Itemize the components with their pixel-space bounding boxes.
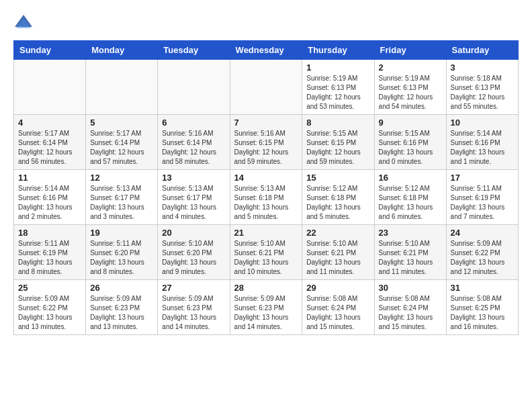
calendar-cell: 18Sunrise: 5:11 AM Sunset: 6:19 PM Dayli… — [14, 225, 86, 280]
calendar-cell: 15Sunrise: 5:12 AM Sunset: 6:18 PM Dayli… — [302, 170, 374, 225]
day-info: Sunrise: 5:15 AM Sunset: 6:15 PM Dayligh… — [306, 129, 369, 167]
day-number: 9 — [379, 118, 442, 128]
calendar-cell: 8Sunrise: 5:15 AM Sunset: 6:15 PM Daylig… — [302, 115, 374, 170]
day-number: 10 — [451, 118, 514, 128]
calendar-cell: 6Sunrise: 5:16 AM Sunset: 6:14 PM Daylig… — [158, 115, 230, 170]
calendar-cell: 30Sunrise: 5:08 AM Sunset: 6:24 PM Dayli… — [374, 280, 446, 335]
weekday-header: Tuesday — [158, 41, 230, 60]
day-number: 7 — [234, 118, 298, 128]
calendar-cell: 24Sunrise: 5:09 AM Sunset: 6:22 PM Dayli… — [446, 225, 518, 280]
day-number: 15 — [306, 173, 369, 183]
calendar-cell: 17Sunrise: 5:11 AM Sunset: 6:19 PM Dayli… — [446, 170, 518, 225]
day-number: 1 — [306, 62, 369, 73]
calendar-cell: 27Sunrise: 5:09 AM Sunset: 6:23 PM Dayli… — [158, 280, 230, 335]
day-number: 8 — [306, 118, 369, 128]
day-number: 29 — [306, 283, 369, 293]
calendar-cell: 9Sunrise: 5:15 AM Sunset: 6:16 PM Daylig… — [374, 115, 446, 170]
calendar-cell: 7Sunrise: 5:16 AM Sunset: 6:15 PM Daylig… — [230, 115, 302, 170]
calendar-cell: 14Sunrise: 5:13 AM Sunset: 6:18 PM Dayli… — [230, 170, 302, 225]
calendar-cell: 23Sunrise: 5:10 AM Sunset: 6:21 PM Dayli… — [374, 225, 446, 280]
calendar-cell: 4Sunrise: 5:17 AM Sunset: 6:14 PM Daylig… — [14, 115, 86, 170]
day-number: 11 — [18, 173, 81, 183]
day-info: Sunrise: 5:11 AM Sunset: 6:19 PM Dayligh… — [451, 184, 514, 222]
calendar-cell: 10Sunrise: 5:14 AM Sunset: 6:16 PM Dayli… — [446, 115, 518, 170]
weekday-header: Sunday — [14, 41, 86, 60]
logo — [13, 13, 36, 34]
calendar-cell: 12Sunrise: 5:13 AM Sunset: 6:17 PM Dayli… — [86, 170, 158, 225]
day-number: 14 — [234, 173, 298, 183]
day-info: Sunrise: 5:08 AM Sunset: 6:24 PM Dayligh… — [306, 294, 369, 332]
day-info: Sunrise: 5:09 AM Sunset: 6:23 PM Dayligh… — [90, 294, 153, 332]
page-header — [13, 13, 519, 34]
day-info: Sunrise: 5:11 AM Sunset: 6:20 PM Dayligh… — [90, 239, 153, 277]
day-number: 30 — [379, 283, 442, 293]
calendar-cell — [158, 60, 230, 115]
calendar-cell: 21Sunrise: 5:10 AM Sunset: 6:21 PM Dayli… — [230, 225, 302, 280]
day-number: 26 — [90, 283, 153, 293]
day-info: Sunrise: 5:10 AM Sunset: 6:20 PM Dayligh… — [162, 239, 225, 277]
day-number: 25 — [18, 283, 81, 293]
day-number: 13 — [162, 173, 225, 183]
calendar-cell: 2Sunrise: 5:19 AM Sunset: 6:13 PM Daylig… — [374, 60, 446, 115]
day-info: Sunrise: 5:09 AM Sunset: 6:22 PM Dayligh… — [18, 294, 81, 332]
day-info: Sunrise: 5:19 AM Sunset: 6:13 PM Dayligh… — [306, 74, 369, 111]
day-info: Sunrise: 5:19 AM Sunset: 6:13 PM Dayligh… — [379, 74, 442, 111]
day-info: Sunrise: 5:10 AM Sunset: 6:21 PM Dayligh… — [379, 239, 442, 277]
weekday-header: Saturday — [446, 41, 518, 60]
day-info: Sunrise: 5:13 AM Sunset: 6:18 PM Dayligh… — [234, 184, 298, 222]
day-info: Sunrise: 5:16 AM Sunset: 6:14 PM Dayligh… — [162, 129, 225, 167]
day-info: Sunrise: 5:10 AM Sunset: 6:21 PM Dayligh… — [306, 239, 369, 277]
day-number: 3 — [451, 62, 514, 73]
day-number: 6 — [162, 118, 225, 128]
day-number: 4 — [18, 118, 81, 128]
calendar-cell — [86, 60, 158, 115]
calendar-cell: 25Sunrise: 5:09 AM Sunset: 6:22 PM Dayli… — [14, 280, 86, 335]
day-number: 17 — [451, 173, 514, 183]
day-info: Sunrise: 5:13 AM Sunset: 6:17 PM Dayligh… — [90, 184, 153, 222]
calendar-cell: 13Sunrise: 5:13 AM Sunset: 6:17 PM Dayli… — [158, 170, 230, 225]
weekday-header: Monday — [86, 41, 158, 60]
day-number: 27 — [162, 283, 225, 293]
day-info: Sunrise: 5:08 AM Sunset: 6:24 PM Dayligh… — [379, 294, 442, 332]
day-number: 19 — [90, 228, 153, 238]
calendar-cell: 22Sunrise: 5:10 AM Sunset: 6:21 PM Dayli… — [302, 225, 374, 280]
day-info: Sunrise: 5:16 AM Sunset: 6:15 PM Dayligh… — [234, 129, 298, 167]
day-info: Sunrise: 5:14 AM Sunset: 6:16 PM Dayligh… — [451, 129, 514, 167]
calendar-cell: 19Sunrise: 5:11 AM Sunset: 6:20 PM Dayli… — [86, 225, 158, 280]
day-info: Sunrise: 5:17 AM Sunset: 6:14 PM Dayligh… — [18, 129, 81, 167]
calendar-cell: 1Sunrise: 5:19 AM Sunset: 6:13 PM Daylig… — [302, 60, 374, 115]
day-info: Sunrise: 5:12 AM Sunset: 6:18 PM Dayligh… — [306, 184, 369, 222]
day-number: 12 — [90, 173, 153, 183]
day-info: Sunrise: 5:11 AM Sunset: 6:19 PM Dayligh… — [18, 239, 81, 277]
day-number: 24 — [451, 228, 514, 238]
day-number: 31 — [451, 283, 514, 293]
calendar-cell: 26Sunrise: 5:09 AM Sunset: 6:23 PM Dayli… — [86, 280, 158, 335]
day-number: 21 — [234, 228, 298, 238]
calendar-cell: 31Sunrise: 5:08 AM Sunset: 6:25 PM Dayli… — [446, 280, 518, 335]
day-info: Sunrise: 5:09 AM Sunset: 6:23 PM Dayligh… — [234, 294, 298, 332]
logo-icon — [13, 13, 34, 34]
calendar-cell: 16Sunrise: 5:12 AM Sunset: 6:18 PM Dayli… — [374, 170, 446, 225]
day-info: Sunrise: 5:08 AM Sunset: 6:25 PM Dayligh… — [451, 294, 514, 332]
day-info: Sunrise: 5:14 AM Sunset: 6:16 PM Dayligh… — [18, 184, 81, 222]
day-info: Sunrise: 5:13 AM Sunset: 6:17 PM Dayligh… — [162, 184, 225, 222]
weekday-header: Wednesday — [230, 41, 302, 60]
day-info: Sunrise: 5:12 AM Sunset: 6:18 PM Dayligh… — [379, 184, 442, 222]
calendar-cell: 20Sunrise: 5:10 AM Sunset: 6:20 PM Dayli… — [158, 225, 230, 280]
day-info: Sunrise: 5:09 AM Sunset: 6:22 PM Dayligh… — [451, 239, 514, 277]
day-number: 28 — [234, 283, 298, 293]
calendar-cell: 29Sunrise: 5:08 AM Sunset: 6:24 PM Dayli… — [302, 280, 374, 335]
day-number: 23 — [379, 228, 442, 238]
day-number: 2 — [379, 62, 442, 73]
calendar-cell: 28Sunrise: 5:09 AM Sunset: 6:23 PM Dayli… — [230, 280, 302, 335]
day-number: 20 — [162, 228, 225, 238]
calendar-cell: 3Sunrise: 5:18 AM Sunset: 6:13 PM Daylig… — [446, 60, 518, 115]
day-info: Sunrise: 5:09 AM Sunset: 6:23 PM Dayligh… — [162, 294, 225, 332]
day-info: Sunrise: 5:17 AM Sunset: 6:14 PM Dayligh… — [90, 129, 153, 167]
day-info: Sunrise: 5:15 AM Sunset: 6:16 PM Dayligh… — [379, 129, 442, 167]
day-number: 16 — [379, 173, 442, 183]
day-info: Sunrise: 5:18 AM Sunset: 6:13 PM Dayligh… — [451, 74, 514, 111]
day-number: 22 — [306, 228, 369, 238]
calendar-cell: 11Sunrise: 5:14 AM Sunset: 6:16 PM Dayli… — [14, 170, 86, 225]
calendar-cell — [14, 60, 86, 115]
